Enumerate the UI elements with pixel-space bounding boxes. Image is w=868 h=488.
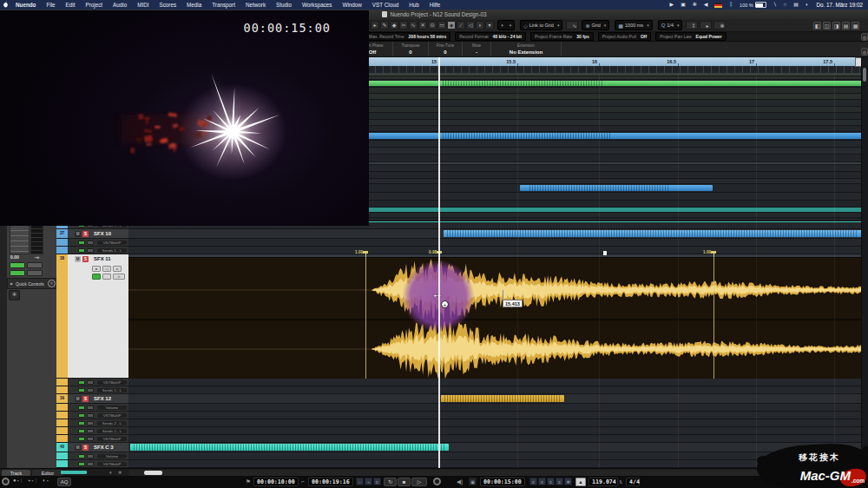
erase-tool[interactable]: ✕: [418, 21, 427, 30]
line-tool[interactable]: ∕: [457, 21, 465, 30]
object-selection-tool[interactable]: ▸: [371, 21, 379, 30]
tracklist-zoom-bar[interactable]: [61, 471, 87, 474]
mute-button[interactable]: M: [75, 396, 81, 402]
menu-item-vst-cloud[interactable]: VST Cloud: [367, 2, 404, 8]
menu-item-nuendo[interactable]: Nuendo: [10, 2, 41, 8]
track-row-sends-1---l[interactable]: Sends 1 - L: [56, 386, 128, 394]
mute-tool[interactable]: ▭: [437, 21, 446, 30]
battery-icon[interactable]: 100 %: [740, 2, 766, 8]
menu-item-transport[interactable]: Transport: [207, 2, 240, 8]
track-row-body[interactable]: Volume: [68, 452, 128, 459]
track-row-body[interactable]: Sends 1 - L: [68, 386, 128, 393]
track-row-body[interactable]: Volume: [68, 404, 128, 411]
primary-time-display[interactable]: 00:00:15:00: [480, 478, 525, 486]
lane-sends-2---l[interactable]: [128, 419, 862, 427]
comp-tool[interactable]: ◈: [447, 21, 456, 30]
locator-swap-icon[interactable]: ⌐: [301, 478, 305, 486]
vertical-scroll-handle[interactable]: [863, 68, 866, 82]
automation-read-button[interactable]: [78, 462, 85, 466]
trim-tool[interactable]: ◆: [390, 21, 398, 30]
right-edge-button-bottom[interactable]: ◎: [861, 48, 868, 56]
quick-controls-icon[interactable]: ◎: [48, 280, 56, 287]
playhead[interactable]: [438, 57, 440, 476]
track-row-body[interactable]: VSTMultiP: [68, 412, 128, 419]
audio-event[interactable]: [130, 444, 449, 451]
vertical-scrollbar[interactable]: [861, 57, 868, 468]
lane-sends-1---l[interactable]: [128, 427, 862, 435]
track-row-sfx-12[interactable]: 39MSSFX 12: [56, 394, 128, 404]
automation-write-button[interactable]: [87, 388, 94, 392]
track-row-body[interactable]: MSSFX 11●◁e∞: [68, 254, 128, 378]
audio-event[interactable]: [520, 185, 713, 191]
audio-event[interactable]: [444, 230, 862, 237]
automation-read-button[interactable]: [78, 454, 85, 458]
keyboard-layout-de-flag[interactable]: [714, 3, 722, 8]
lane-vstmultip[interactable]: [128, 412, 862, 419]
track-row-body[interactable]: VSTMultiP: [68, 379, 128, 386]
info-field-mute[interactable]: Mute-: [463, 42, 491, 56]
track-row-sfx-10[interactable]: 37MSSFX 10: [56, 229, 128, 239]
tempo-spinner[interactable]: ⇅: [619, 478, 622, 486]
spotlight-icon[interactable]: ○: [784, 0, 787, 10]
menu-item-window[interactable]: Window: [337, 2, 366, 8]
marker-4-button[interactable]: ≡: [556, 478, 563, 485]
info-field-extension[interactable]: ExtensionNo Extension: [491, 42, 562, 56]
zoom-gear-icon[interactable]: ✻: [118, 470, 122, 475]
audio-event[interactable]: [441, 395, 564, 402]
track-row-body[interactable]: MSSFX C 3: [68, 443, 128, 452]
monitor-button[interactable]: ◁: [102, 266, 111, 272]
editor-lane[interactable]: 1.000.981.00: [128, 254, 862, 379]
snap-button[interactable]: ∿: [566, 21, 578, 30]
automation-follow-select[interactable]: ◗▾: [497, 20, 515, 30]
punch-in-button[interactable]: ⌐: [356, 478, 364, 485]
play-button[interactable]: ▷: [411, 478, 427, 486]
automation-write-button[interactable]: [87, 413, 94, 418]
automation-write-button[interactable]: [87, 380, 94, 385]
menu-item-edit[interactable]: Edit: [61, 2, 81, 8]
automation-write-button[interactable]: [102, 274, 111, 280]
menu-item-file[interactable]: File: [41, 2, 60, 8]
automation-read-button[interactable]: [78, 406, 85, 410]
lane-sends-1---l[interactable]: [128, 386, 862, 394]
track-row-body[interactable]: VSTMultiP: [68, 435, 128, 442]
track-row-sends-1---l[interactable]: Sends 1 - L: [56, 247, 128, 254]
zoom-tool[interactable]: ⊙: [428, 21, 437, 30]
automation-write-button[interactable]: [87, 454, 94, 458]
edit-channel-button[interactable]: [27, 270, 43, 276]
track-row-vstmultip[interactable]: VSTMultiP: [56, 460, 128, 468]
track-row-vstmultip[interactable]: VSTMultiP: [56, 412, 128, 419]
menu-item-studio[interactable]: Studio: [271, 2, 297, 8]
quantize-select[interactable]: Q 1/4 ▾: [658, 20, 683, 30]
monitor-mode-group[interactable]: ◐▾: [43, 478, 50, 483]
automation-read-button[interactable]: [78, 413, 85, 418]
menu-clock[interactable]: Do. 17. März 19:02: [816, 2, 863, 8]
fade-line-2[interactable]: [713, 257, 714, 379]
left-locator-display[interactable]: 00:00:10:00: [253, 478, 299, 486]
listen-button[interactable]: [10, 270, 25, 276]
zone-setup-toggle[interactable]: ▦: [852, 22, 859, 30]
event-marker[interactable]: [603, 251, 607, 255]
lane-sends-1---l[interactable]: [128, 247, 862, 254]
track-row-body[interactable]: Sends 1 - L: [68, 427, 128, 434]
crossfade-mode-group[interactable]: +▾|: [28, 478, 36, 483]
track-row-volume[interactable]: Volume: [56, 452, 128, 460]
color-tool[interactable]: ◗: [476, 21, 484, 30]
track-row-body[interactable]: VSTMultiP: [68, 239, 128, 246]
zone-left-toggle[interactable]: ◧: [813, 22, 821, 30]
automation-write-button[interactable]: [87, 462, 94, 466]
automation-read-button[interactable]: [92, 274, 101, 280]
track-row-sfx-11[interactable]: 38MSSFX 11●◁e∞: [56, 254, 128, 379]
marker-3-button[interactable]: ≡: [547, 478, 555, 485]
automation-read-button[interactable]: [78, 429, 85, 433]
swing-button[interactable]: ⁑: [686, 21, 698, 30]
track-row-body[interactable]: MSSFX 10: [68, 229, 128, 238]
mute-button[interactable]: M: [75, 445, 81, 451]
right-edge-button-top[interactable]: ◎: [861, 33, 868, 41]
info-field-transpose[interactable]: Transpose0: [393, 42, 429, 56]
track-row-vstmultip[interactable]: VSTMultiP: [56, 379, 128, 386]
record-mode-group[interactable]: ●▾|: [13, 478, 22, 483]
cycle-button[interactable]: ↻: [384, 478, 397, 486]
track-row-body[interactable]: VSTMultiP: [68, 460, 128, 467]
solo-button[interactable]: S: [82, 256, 89, 262]
link-to-grid-select[interactable]: ◇ Link to Grid ▾: [520, 20, 562, 30]
